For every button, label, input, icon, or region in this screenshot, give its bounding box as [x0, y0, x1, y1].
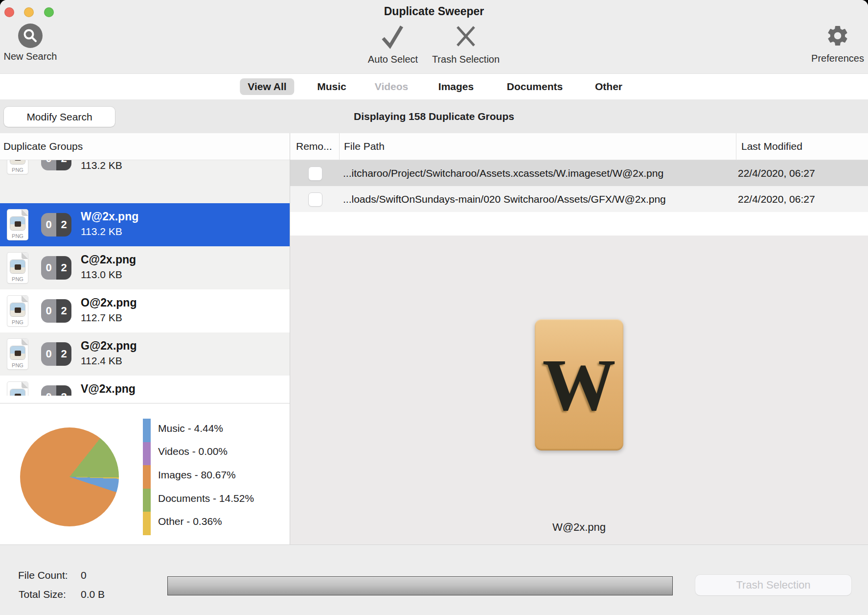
duplicate-group-row[interactable]: PNG 0 2 G@2x.png 112.4 KB [0, 332, 290, 376]
x-icon [424, 24, 507, 51]
tab-other[interactable]: Other [595, 74, 622, 99]
checkmark-icon [356, 24, 430, 51]
group-file-size: 113.2 KB [81, 160, 122, 171]
tab-videos[interactable]: Videos [375, 74, 408, 99]
png-file-icon: PNG [7, 382, 28, 396]
legend-entry: Other - 0.36% [158, 510, 254, 533]
gear-icon [803, 24, 868, 50]
group-count-badge: 0 2 [41, 385, 71, 396]
image-thumbnail [10, 303, 25, 316]
legend-color-segment [143, 419, 151, 442]
duplicate-group-row[interactable]: PNG 0 2 O@2x.png 112.7 KB [0, 289, 290, 332]
column-header-remove[interactable]: Remo... [296, 133, 332, 160]
removed-count: 0 [41, 160, 56, 170]
legend-color-segment [143, 489, 151, 512]
image-thumbnail [10, 260, 25, 273]
removed-count: 0 [41, 342, 56, 366]
modify-search-button[interactable]: Modify Search [4, 107, 115, 127]
group-file-name: O@2x.png [81, 296, 137, 309]
files-table-header: Remo... File Path Last Modified [290, 133, 868, 160]
group-file-size: 113.0 KB [81, 269, 122, 281]
duplicate-group-row[interactable]: PNG 0 2 V@2x.png 111.3 KB [0, 376, 290, 396]
duplicate-sweeper-window: Duplicate Sweeper New Search Auto Select… [0, 0, 868, 615]
file-type-label: PNG [7, 362, 28, 368]
legend-color-segment [143, 442, 151, 466]
legend-entry: Documents - 14.52% [158, 487, 254, 510]
removed-count: 0 [41, 256, 56, 280]
duplicate-groups-panel: Duplicate Groups PNG 0 2 113.2 KB PNG 0 … [0, 133, 290, 544]
folded-corner [22, 382, 28, 388]
group-count-badge: 0 2 [41, 342, 71, 366]
window-title: Duplicate Sweeper [0, 5, 868, 18]
image-thumbnail [10, 346, 25, 359]
last-modified: 22/4/2020, 06:27 [738, 160, 815, 186]
duplicate-count: 2 [56, 342, 71, 366]
duplicate-group-row[interactable]: PNG 0 2 113.2 KB [0, 160, 290, 180]
preferences-button[interactable]: Preferences [803, 24, 868, 64]
file-row[interactable]: ...itcharoo/Project/Switcharoo/Assets.xc… [290, 160, 868, 186]
file-row[interactable]: ...loads/SwiftOnSundays-main/020 Switcha… [290, 186, 868, 212]
file-type-label: PNG [7, 233, 28, 239]
group-count-badge: 0 2 [41, 160, 71, 170]
column-divider [339, 133, 340, 160]
png-file-icon: PNG [7, 160, 28, 174]
column-header-file-path[interactable]: File Path [344, 133, 385, 160]
legend-entry: Music - 4.44% [158, 417, 254, 440]
column-divider [736, 133, 736, 160]
folded-corner [22, 296, 28, 302]
legend-color-segment [143, 465, 151, 489]
auto-select-button[interactable]: Auto Select [356, 24, 430, 65]
duplicate-count: 2 [56, 385, 71, 396]
files-table-body: ...itcharoo/Project/Switcharoo/Assets.xc… [290, 160, 868, 212]
duplicate-group-row[interactable]: PNG 0 2 W@2x.png 113.2 KB [0, 203, 290, 246]
duplicate-files-panel: Remo... File Path Last Modified ...itcha… [290, 133, 868, 544]
remove-checkbox[interactable] [308, 166, 322, 181]
duplicate-count: 2 [56, 213, 71, 237]
duplicate-count: 2 [56, 256, 71, 280]
footer-bar: File Count: 0 Total Size: 0.0 B Trash Se… [0, 544, 868, 615]
trash-selection-toolbar-button[interactable]: Trash Selection [424, 24, 507, 65]
image-thumbnail [10, 160, 25, 164]
file-path: ...loads/SwiftOnSundays-main/020 Switcha… [343, 186, 666, 212]
file-type-label: PNG [7, 167, 28, 173]
tab-view-all[interactable]: View All [240, 78, 294, 95]
new-search-label: New Search [0, 51, 61, 62]
duplicate-count: 2 [56, 299, 71, 323]
png-file-icon: PNG [7, 339, 28, 369]
legend-color-segment [143, 512, 151, 535]
pie-legend: Music - 4.44%Videos - 0.00%Images - 80.6… [158, 417, 254, 533]
total-size-label: Total Size: [19, 589, 66, 600]
folded-corner [22, 339, 28, 345]
png-file-icon: PNG [7, 253, 28, 283]
trash-selection-button[interactable]: Trash Selection [695, 575, 851, 595]
group-file-name: G@2x.png [81, 339, 137, 353]
remove-checkbox[interactable] [308, 192, 322, 207]
new-search-button[interactable]: New Search [0, 24, 61, 62]
tab-images[interactable]: Images [438, 74, 474, 99]
file-count-label: File Count: [18, 569, 68, 581]
duplicate-group-row[interactable]: PNG 0 2 C@2x.png 113.0 KB [0, 246, 290, 289]
file-type-chart-section: Music - 4.44%Videos - 0.00%Images - 80.6… [0, 403, 290, 545]
last-modified: 22/4/2020, 06:27 [738, 186, 815, 212]
duplicate-groups-list: PNG 0 2 113.2 KB PNG 0 2 W@2x.png 113.2 … [0, 160, 290, 396]
preview-file-name: W@2x.png [290, 521, 868, 534]
column-header-last-modified[interactable]: Last Modified [741, 133, 802, 160]
duplicate-groups-header: Duplicate Groups [0, 133, 290, 160]
file-type-label: PNG [7, 276, 28, 282]
progress-bar [167, 576, 673, 595]
file-path: ...itcharoo/Project/Switcharoo/Assets.xc… [343, 160, 663, 186]
file-type-pie-chart [20, 427, 119, 526]
total-size-value: 0.0 B [81, 589, 105, 600]
tab-documents[interactable]: Documents [507, 74, 563, 99]
group-file-name: W@2x.png [81, 210, 138, 223]
folded-corner [22, 210, 28, 216]
search-icon [18, 24, 43, 48]
toolbar: Duplicate Sweeper New Search Auto Select… [0, 0, 868, 73]
tile-letter: W [543, 348, 616, 422]
preview-image-tile: W [535, 319, 623, 450]
partially-scrolled-group-row[interactable]: PNG 0 2 113.2 KB [0, 160, 290, 203]
file-count-value: 0 [81, 569, 87, 581]
removed-count: 0 [41, 299, 56, 323]
duplicate-count: 2 [56, 160, 71, 170]
tab-music[interactable]: Music [317, 74, 346, 99]
